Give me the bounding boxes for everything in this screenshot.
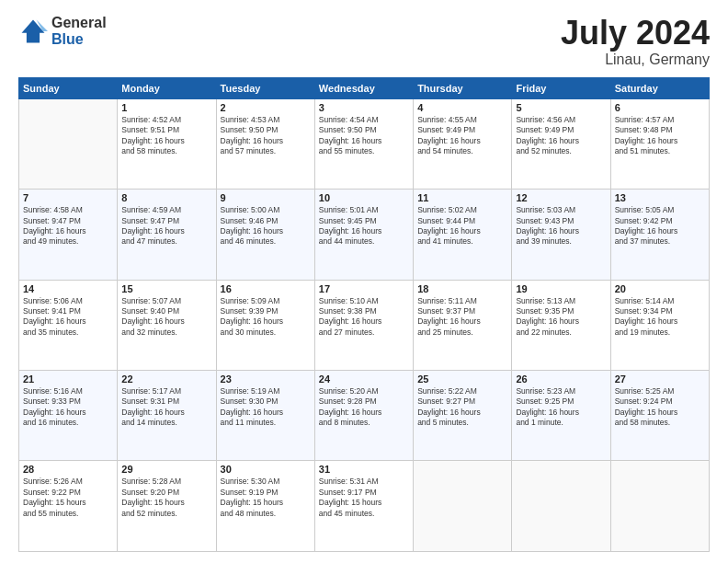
day-info: Sunrise: 5:03 AMSunset: 9:43 PMDaylight:… <box>516 205 606 247</box>
table-row: 8Sunrise: 4:59 AMSunset: 9:47 PMDaylight… <box>118 190 216 280</box>
table-row: 15Sunrise: 5:07 AMSunset: 9:40 PMDayligh… <box>118 280 216 370</box>
calendar-table: Sunday Monday Tuesday Wednesday Thursday… <box>18 77 710 552</box>
table-row <box>610 461 709 552</box>
day-number: 15 <box>121 283 211 294</box>
day-number: 26 <box>516 373 606 385</box>
table-row: 17Sunrise: 5:10 AMSunset: 9:38 PMDayligh… <box>314 280 413 370</box>
table-row: 27Sunrise: 5:25 AMSunset: 9:24 PMDayligh… <box>610 371 709 461</box>
location: Linau, Germany <box>561 52 710 68</box>
day-number: 6 <box>615 102 705 113</box>
col-monday: Monday <box>118 77 216 98</box>
day-number: 22 <box>121 373 211 385</box>
logo-text: General Blue <box>51 15 107 47</box>
day-number: 25 <box>417 373 507 385</box>
day-number: 10 <box>319 192 409 203</box>
day-info: Sunrise: 4:52 AMSunset: 9:51 PMDaylight:… <box>121 115 211 157</box>
logo-general: General <box>51 15 107 31</box>
day-number: 28 <box>23 464 113 475</box>
day-number: 29 <box>121 464 211 475</box>
day-info: Sunrise: 5:23 AMSunset: 9:25 PMDaylight:… <box>516 386 606 429</box>
day-number: 16 <box>221 283 311 294</box>
col-tuesday: Tuesday <box>216 77 314 98</box>
table-row: 31Sunrise: 5:31 AMSunset: 9:17 PMDayligh… <box>314 461 413 552</box>
day-info: Sunrise: 5:17 AMSunset: 9:31 PMDaylight:… <box>121 386 211 429</box>
table-row: 25Sunrise: 5:22 AMSunset: 9:27 PMDayligh… <box>414 371 512 461</box>
table-row: 23Sunrise: 5:19 AMSunset: 9:30 PMDayligh… <box>216 371 314 461</box>
day-number: 20 <box>615 283 705 294</box>
day-info: Sunrise: 5:16 AMSunset: 9:33 PMDaylight:… <box>23 386 113 429</box>
logo: General Blue <box>18 15 107 47</box>
month-title: July 2024 <box>561 15 710 52</box>
table-row: 10Sunrise: 5:01 AMSunset: 9:45 PMDayligh… <box>314 190 413 280</box>
table-row: 26Sunrise: 5:23 AMSunset: 9:25 PMDayligh… <box>512 371 610 461</box>
day-info: Sunrise: 5:05 AMSunset: 9:42 PMDaylight:… <box>615 205 705 247</box>
calendar-week-1: 7Sunrise: 4:58 AMSunset: 9:47 PMDaylight… <box>19 190 710 280</box>
day-info: Sunrise: 4:55 AMSunset: 9:49 PMDaylight:… <box>417 115 507 157</box>
day-info: Sunrise: 5:09 AMSunset: 9:39 PMDaylight:… <box>221 296 311 339</box>
day-number: 7 <box>23 192 113 203</box>
day-info: Sunrise: 4:53 AMSunset: 9:50 PMDaylight:… <box>221 115 311 157</box>
day-info: Sunrise: 4:58 AMSunset: 9:47 PMDaylight:… <box>23 205 113 247</box>
day-info: Sunrise: 5:20 AMSunset: 9:28 PMDaylight:… <box>319 386 409 429</box>
col-sunday: Sunday <box>19 77 118 98</box>
table-row: 22Sunrise: 5:17 AMSunset: 9:31 PMDayligh… <box>118 371 216 461</box>
table-row <box>414 461 512 552</box>
day-info: Sunrise: 5:14 AMSunset: 9:34 PMDaylight:… <box>615 296 705 339</box>
header: General Blue July 2024 Linau, Germany <box>18 15 710 68</box>
day-info: Sunrise: 5:31 AMSunset: 9:17 PMDaylight:… <box>319 477 409 519</box>
day-info: Sunrise: 5:11 AMSunset: 9:37 PMDaylight:… <box>417 296 507 339</box>
table-row <box>19 98 118 189</box>
table-row: 9Sunrise: 5:00 AMSunset: 9:46 PMDaylight… <box>216 190 314 280</box>
day-number: 12 <box>516 192 606 203</box>
day-number: 2 <box>221 102 311 113</box>
table-row: 18Sunrise: 5:11 AMSunset: 9:37 PMDayligh… <box>414 280 512 370</box>
table-row: 29Sunrise: 5:28 AMSunset: 9:20 PMDayligh… <box>118 461 216 552</box>
day-info: Sunrise: 5:02 AMSunset: 9:44 PMDaylight:… <box>417 205 507 247</box>
day-number: 5 <box>516 102 606 113</box>
calendar-week-0: 1Sunrise: 4:52 AMSunset: 9:51 PMDaylight… <box>19 98 710 189</box>
day-number: 27 <box>615 373 705 385</box>
table-row: 28Sunrise: 5:26 AMSunset: 9:22 PMDayligh… <box>19 461 118 552</box>
table-row: 19Sunrise: 5:13 AMSunset: 9:35 PMDayligh… <box>512 280 610 370</box>
col-saturday: Saturday <box>610 77 709 98</box>
day-number: 24 <box>319 373 409 385</box>
day-number: 4 <box>417 102 507 113</box>
day-info: Sunrise: 5:19 AMSunset: 9:30 PMDaylight:… <box>221 386 311 429</box>
day-info: Sunrise: 5:06 AMSunset: 9:41 PMDaylight:… <box>23 296 113 339</box>
col-friday: Friday <box>512 77 610 98</box>
page: General Blue July 2024 Linau, Germany Su… <box>0 0 728 563</box>
day-number: 19 <box>516 283 606 294</box>
title-block: July 2024 Linau, Germany <box>561 15 710 68</box>
table-row: 6Sunrise: 4:57 AMSunset: 9:48 PMDaylight… <box>610 98 709 189</box>
day-number: 1 <box>121 102 211 113</box>
day-number: 21 <box>23 373 113 385</box>
table-row: 30Sunrise: 5:30 AMSunset: 9:19 PMDayligh… <box>216 461 314 552</box>
day-info: Sunrise: 5:22 AMSunset: 9:27 PMDaylight:… <box>417 386 507 429</box>
table-row: 20Sunrise: 5:14 AMSunset: 9:34 PMDayligh… <box>610 280 709 370</box>
day-number: 13 <box>615 192 705 203</box>
table-row: 1Sunrise: 4:52 AMSunset: 9:51 PMDaylight… <box>118 98 216 189</box>
day-number: 8 <box>121 192 211 203</box>
table-row: 12Sunrise: 5:03 AMSunset: 9:43 PMDayligh… <box>512 190 610 280</box>
table-row: 13Sunrise: 5:05 AMSunset: 9:42 PMDayligh… <box>610 190 709 280</box>
calendar-week-2: 14Sunrise: 5:06 AMSunset: 9:41 PMDayligh… <box>19 280 710 370</box>
day-info: Sunrise: 5:25 AMSunset: 9:24 PMDaylight:… <box>615 386 705 429</box>
logo-blue: Blue <box>51 31 107 48</box>
day-info: Sunrise: 5:13 AMSunset: 9:35 PMDaylight:… <box>516 296 606 339</box>
day-info: Sunrise: 5:01 AMSunset: 9:45 PMDaylight:… <box>319 205 409 247</box>
day-info: Sunrise: 5:10 AMSunset: 9:38 PMDaylight:… <box>319 296 409 339</box>
col-wednesday: Wednesday <box>314 77 413 98</box>
calendar-week-3: 21Sunrise: 5:16 AMSunset: 9:33 PMDayligh… <box>19 371 710 461</box>
svg-marker-0 <box>22 19 45 42</box>
day-number: 11 <box>417 192 507 203</box>
day-info: Sunrise: 5:28 AMSunset: 9:20 PMDaylight:… <box>121 477 211 519</box>
table-row <box>512 461 610 552</box>
header-row: Sunday Monday Tuesday Wednesday Thursday… <box>19 77 710 98</box>
day-number: 18 <box>417 283 507 294</box>
calendar-week-4: 28Sunrise: 5:26 AMSunset: 9:22 PMDayligh… <box>19 461 710 552</box>
table-row: 5Sunrise: 4:56 AMSunset: 9:49 PMDaylight… <box>512 98 610 189</box>
day-number: 31 <box>319 464 409 475</box>
table-row: 7Sunrise: 4:58 AMSunset: 9:47 PMDaylight… <box>19 190 118 280</box>
table-row: 4Sunrise: 4:55 AMSunset: 9:49 PMDaylight… <box>414 98 512 189</box>
table-row: 2Sunrise: 4:53 AMSunset: 9:50 PMDaylight… <box>216 98 314 189</box>
